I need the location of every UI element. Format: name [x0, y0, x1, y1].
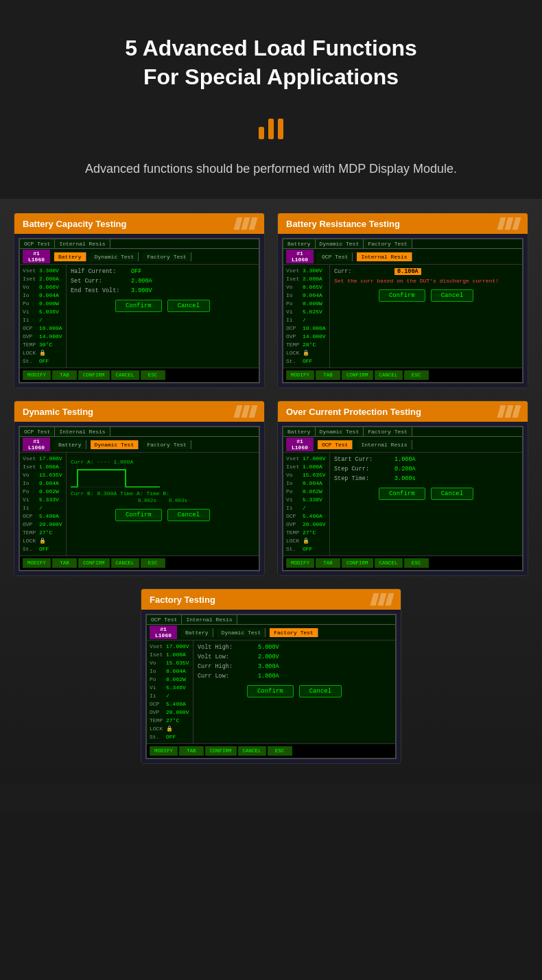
tab-factory-fac-sel[interactable]: Factory Test [270, 628, 318, 637]
curr-row-res: Curr: 0.100A [334, 268, 518, 275]
dynamic-testing-screen: OCP Test Internal Resis #1 L1060 Battery… [14, 422, 264, 575]
confirm-btn-fac[interactable]: Confirm [247, 685, 294, 697]
screen-inner-2: Battery Dynamic Test Factory Test #1 L10… [282, 238, 523, 383]
tab-ocp-sel[interactable]: OCP Test [318, 440, 353, 449]
toolbar-confirm-fac[interactable]: CONFIRM [205, 746, 237, 756]
screen-header-fac: #1 L1060 Battery Dynamic Test Factory Te… [147, 625, 395, 641]
volt-high-row: Volt High: 5.000V [198, 644, 391, 651]
tab-internal-res-sel[interactable]: Internal Resis [357, 252, 412, 261]
start-curr-row: Start Curr: 1.000A [334, 456, 518, 463]
volt-low-row: Volt Low: 2.000V [198, 654, 391, 660]
toolbar-tab-ocp[interactable]: TAB [316, 558, 340, 568]
confirm-btn-res[interactable]: Confirm [379, 289, 425, 302]
tab-internal-ocp[interactable]: Internal Resis [357, 440, 412, 449]
deco-bar-3 [278, 119, 283, 139]
tab-dynamic-dyn-sel[interactable]: Dynamic Test [91, 440, 139, 449]
tabs-row1-dyn: OCP Test Internal Resis [20, 427, 259, 437]
toolbar-cancel-dyn[interactable]: CANCEL [111, 558, 139, 568]
toolbar-tab-fac[interactable]: TAB [179, 746, 204, 756]
screen-header-res: #1 L1060 OCP Test Internal Resis [283, 249, 522, 265]
toolbar-confirm-dyn[interactable]: CONFIRM [78, 558, 110, 568]
toolbar-modify-res[interactable]: MODIFY [286, 370, 314, 380]
factory-testing-card: Factory Testing OCP Test Internal Resis [141, 588, 401, 764]
toolbar-cancel-res[interactable]: CANCEL [375, 370, 403, 380]
page-wrapper: 5 Advanced Load Functions For Special Ap… [0, 0, 542, 812]
cancel-btn-dyn[interactable]: Cancel [167, 509, 210, 521]
confirm-btn-ocp[interactable]: Confirm [379, 488, 425, 500]
toolbar-esc-cap[interactable]: ESC [141, 370, 165, 380]
toolbar-confirm-cap[interactable]: CONFIRM [78, 370, 110, 380]
toolbar-cancel-fac[interactable]: CANCEL [238, 746, 266, 756]
step-curr-row: Step Curr: 0.200A [334, 466, 518, 473]
screen-content-ocp: Vset17.000V Iset1.000A Vo15.635V Io0.004… [283, 453, 522, 555]
toolbar-modify-ocp[interactable]: MODIFY [286, 558, 314, 568]
main-col-ocp: Start Curr: 1.000A Step Curr: 0.200A Ste… [330, 453, 522, 555]
tab-battery-dyn[interactable]: Battery [54, 440, 86, 449]
tab-battery-ocp[interactable]: Battery [283, 427, 316, 436]
tab-internal-cap[interactable]: Internal Resis [55, 239, 110, 248]
tab-factory-res[interactable]: Factory Test [364, 239, 412, 248]
toolbar-esc-ocp[interactable]: ESC [404, 558, 429, 568]
toolbar-modify-cap[interactable]: MODIFY [23, 370, 51, 380]
confirm-btn-cap[interactable]: Confirm [115, 300, 162, 312]
tab-factory-cap[interactable]: Factory Test [143, 252, 191, 261]
toolbar-esc-fac[interactable]: ESC [268, 746, 292, 756]
toolbar-fac: MODIFY TAB CONFIRM CANCEL ESC [147, 743, 395, 758]
model-badge-fac: #1 L1060 [150, 625, 177, 639]
tab-internal-dyn[interactable]: Internal Resis [55, 427, 110, 436]
toolbar-dyn: MODIFY TAB CONFIRM CANCEL ESC [20, 555, 259, 570]
tab-dynamic-cap[interactable]: Dynamic Test [91, 252, 139, 261]
battery-resistance-card: Battery Resistance Testing Battery Dynam… [277, 213, 528, 388]
toolbar-confirm-ocp[interactable]: CONFIRM [342, 558, 373, 568]
tab-battery-fac[interactable]: Battery [181, 628, 213, 637]
toolbar-confirm-res[interactable]: CONFIRM [342, 370, 373, 380]
tabs-row1-ocp: Battery Dynamic Test Factory Test [283, 427, 522, 437]
main-col-cap: Half Current: OFF Set Curr: 2.000A End T… [67, 265, 259, 368]
params-col-fac: Vset17.000V Iset1.000A Vo15.635V Io0.004… [147, 641, 193, 743]
toolbar-esc-dyn[interactable]: ESC [141, 558, 165, 568]
params-col-ocp: Vset17.000V Iset1.000A Vo15.635V Io0.004… [283, 453, 330, 555]
cancel-btn-res[interactable]: Cancel [431, 289, 473, 302]
tab-dynamic-res[interactable]: Dynamic Test [316, 239, 364, 248]
waveform-timing: 0.002s 0.003s [71, 498, 255, 503]
half-current-row: Half Current: OFF [71, 268, 255, 275]
tab-factory-dyn[interactable]: Factory Test [143, 440, 191, 449]
params-col-cap: Vset3.300V Iset2.000A Vo0.066V Io0.004A … [20, 265, 67, 368]
cancel-btn-fac[interactable]: Cancel [299, 685, 342, 697]
confirm-btn-dyn[interactable]: Confirm [115, 509, 162, 521]
dynamic-testing-title: Dynamic Testing [14, 401, 264, 422]
toolbar-esc-res[interactable]: ESC [404, 370, 429, 380]
toolbar-modify-fac[interactable]: MODIFY [150, 746, 178, 756]
tab-dynamic-fac[interactable]: Dynamic Test [217, 628, 266, 637]
tab-factory-ocp[interactable]: Factory Test [364, 427, 412, 436]
tab-ocp-res[interactable]: OCP Test [318, 252, 353, 261]
tab-battery-sel[interactable]: Battery [54, 252, 86, 261]
cancel-btn-cap[interactable]: Cancel [167, 300, 210, 312]
toolbar-tab-dyn[interactable]: TAB [52, 558, 77, 568]
waveform-svg [71, 466, 160, 490]
toolbar-cancel-cap[interactable]: CANCEL [111, 370, 139, 380]
tab-battery-res[interactable]: Battery [283, 239, 316, 248]
toolbar-modify-dyn[interactable]: MODIFY [23, 558, 51, 568]
tab-dynamic-ocp[interactable]: Dynamic Test [316, 427, 364, 436]
factory-panel-container: Factory Testing OCP Test Internal Resis [14, 588, 528, 764]
battery-capacity-card: Battery Capacity Testing OCP Test Intern… [14, 213, 265, 388]
toolbar-cancel-ocp[interactable]: CANCEL [375, 558, 403, 568]
screen-inner-4: Battery Dynamic Test Factory Test #1 L10… [282, 426, 523, 571]
stripe-deco [235, 217, 256, 230]
tab-ocp-cap[interactable]: OCP Test [20, 239, 55, 248]
stripe-deco-4 [499, 405, 519, 418]
toolbar-tab-cap[interactable]: TAB [52, 370, 77, 380]
toolbar-tab-res[interactable]: TAB [316, 370, 340, 380]
cancel-btn-ocp[interactable]: Cancel [431, 488, 473, 500]
dynamic-testing-card: Dynamic Testing OCP Test Internal Resis [14, 401, 265, 576]
panels-container: Battery Capacity Testing OCP Test Intern… [0, 199, 542, 785]
tab-ocp-dyn[interactable]: OCP Test [20, 427, 55, 436]
toolbar-ocp: MODIFY TAB CONFIRM CANCEL ESC [283, 555, 522, 570]
tab-ocp-fac[interactable]: OCP Test [147, 615, 182, 624]
params-col-res: Vset3.300V Iset2.000A Vo0.065V Io0.004A … [283, 265, 330, 368]
deco-bars [0, 105, 542, 160]
deco-bar-1 [259, 127, 264, 139]
tabs-row1-cap: OCP Test Internal Resis [20, 239, 259, 249]
tab-internal-fac[interactable]: Internal Resis [182, 615, 237, 624]
